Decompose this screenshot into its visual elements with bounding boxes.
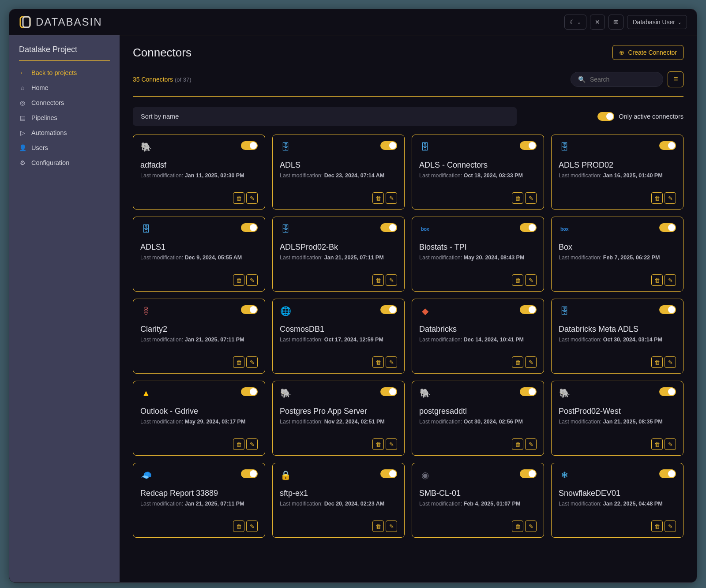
connector-active-toggle[interactable] [520, 223, 537, 232]
tools-button[interactable]: ✕ [590, 15, 605, 30]
edit-button[interactable]: ✎ [386, 521, 397, 532]
connector-card[interactable]: 🌐CosmosDB1Last modification: Oct 17, 202… [272, 299, 405, 374]
connector-active-toggle[interactable] [380, 141, 397, 150]
edit-button[interactable]: ✎ [246, 438, 258, 450]
connector-active-toggle[interactable] [380, 305, 397, 314]
edit-button[interactable]: ✎ [525, 356, 537, 368]
connector-card[interactable]: 🐘postgresaddtlLast modification: Oct 30,… [412, 381, 544, 456]
delete-button[interactable]: 🗑 [372, 356, 384, 368]
edit-button[interactable]: ✎ [386, 274, 397, 286]
delete-button[interactable]: 🗑 [233, 356, 244, 368]
connector-card[interactable]: 🧢Redcap Report 33889Last modification: J… [133, 463, 265, 538]
edit-button[interactable]: ✎ [525, 438, 537, 450]
delete-button[interactable]: 🗑 [512, 356, 523, 368]
connector-active-toggle[interactable] [520, 469, 537, 478]
edit-button[interactable]: ✎ [386, 356, 397, 368]
connector-card[interactable]: ◆DatabricksLast modification: Dec 14, 20… [412, 299, 544, 374]
connector-active-toggle[interactable] [659, 387, 676, 396]
delete-button[interactable]: 🗑 [372, 192, 384, 204]
connector-name: SnowflakeDEV01 [559, 489, 676, 498]
connector-active-toggle[interactable] [659, 305, 676, 314]
user-menu[interactable]: Databasin User ⌄ [627, 15, 687, 29]
edit-button[interactable]: ✎ [246, 521, 258, 532]
connector-active-toggle[interactable] [241, 305, 258, 314]
connector-card[interactable]: 🐘Postgres Pro App ServerLast modificatio… [272, 381, 405, 456]
connector-active-toggle[interactable] [659, 141, 676, 150]
sidebar-item-pipelines[interactable]: ▤Pipelines [9, 110, 120, 125]
edit-button[interactable]: ✎ [246, 192, 258, 204]
delete-button[interactable]: 🗑 [372, 521, 384, 532]
edit-button[interactable]: ✎ [665, 192, 676, 204]
sidebar-item-configuration[interactable]: ⚙Configuration [9, 155, 120, 170]
delete-button[interactable]: 🗑 [233, 192, 244, 204]
edit-button[interactable]: ✎ [665, 274, 676, 286]
sidebar-item-connectors[interactable]: ◎Connectors [9, 95, 120, 110]
delete-button[interactable]: 🗑 [512, 521, 523, 532]
create-connector-button[interactable]: ⊕ Create Connector [612, 45, 683, 60]
edit-button[interactable]: ✎ [386, 438, 397, 450]
connector-card[interactable]: ◉SMB-CL-01Last modification: Feb 4, 2025… [412, 463, 544, 538]
connector-card[interactable]: 🗄ADLSLast modification: Dec 23, 2024, 07… [272, 135, 405, 210]
edit-button[interactable]: ✎ [525, 274, 537, 286]
delete-button[interactable]: 🗑 [372, 438, 384, 450]
edit-button[interactable]: ✎ [525, 192, 537, 204]
edit-button[interactable]: ✎ [246, 356, 258, 368]
active-only-toggle[interactable] [597, 112, 614, 121]
delete-button[interactable]: 🗑 [372, 274, 384, 286]
mail-button[interactable]: ✉ [608, 15, 623, 30]
edit-button[interactable]: ✎ [525, 521, 537, 532]
connector-active-toggle[interactable] [659, 223, 676, 232]
connector-active-toggle[interactable] [380, 387, 397, 396]
connector-card[interactable]: 🗄ADLS - ConnectorsLast modification: Oct… [412, 135, 544, 210]
connector-active-toggle[interactable] [241, 141, 258, 150]
trash-icon: 🗑 [654, 359, 660, 366]
connector-active-toggle[interactable] [520, 305, 537, 314]
delete-button[interactable]: 🗑 [651, 192, 663, 204]
connector-active-toggle[interactable] [380, 469, 397, 478]
connector-active-toggle[interactable] [241, 387, 258, 396]
delete-button[interactable]: 🗑 [512, 274, 523, 286]
edit-button[interactable]: ✎ [665, 356, 676, 368]
connector-name: CosmosDB1 [280, 325, 397, 334]
sidebar-item-home[interactable]: ⌂Home [9, 80, 120, 95]
theme-toggle[interactable]: ☾ ⌄ [564, 15, 586, 30]
filter-button[interactable]: ☰ [668, 71, 683, 87]
connector-card[interactable]: boxBoxLast modification: Feb 7, 2025, 06… [551, 217, 683, 292]
connector-active-toggle[interactable] [241, 469, 258, 478]
delete-button[interactable]: 🗑 [512, 438, 523, 450]
connector-active-toggle[interactable] [241, 223, 258, 232]
delete-button[interactable]: 🗑 [233, 274, 244, 286]
delete-button[interactable]: 🗑 [651, 438, 663, 450]
connector-active-toggle[interactable] [520, 141, 537, 150]
connector-card[interactable]: boxBiostats - TPILast modification: May … [412, 217, 544, 292]
connector-card[interactable]: 🗄ADLS PROD02Last modification: Jan 16, 2… [551, 135, 683, 210]
sort-selector[interactable]: Sort by name [133, 107, 517, 126]
delete-button[interactable]: 🗑 [233, 521, 244, 532]
edit-button[interactable]: ✎ [386, 192, 397, 204]
edit-button[interactable]: ✎ [665, 438, 676, 450]
connector-active-toggle[interactable] [659, 469, 676, 478]
sidebar-item-users[interactable]: 👤Users [9, 140, 120, 155]
connector-card[interactable]: 🗄ADLS1Last modification: Dec 9, 2024, 05… [133, 217, 265, 292]
connector-card[interactable]: ▲Outlook - GdriveLast modification: May … [133, 381, 265, 456]
edit-button[interactable]: ✎ [665, 521, 676, 532]
connector-card[interactable]: 🗄ADLSProd02-BkLast modification: Jan 21,… [272, 217, 405, 292]
connector-card[interactable]: 🐘PostProd02-WestLast modification: Jan 2… [551, 381, 683, 456]
sidebar-item-automations[interactable]: ▷Automations [9, 125, 120, 140]
connector-active-toggle[interactable] [380, 223, 397, 232]
connector-card[interactable]: 🐘adfadsfLast modification: Jan 11, 2025,… [133, 135, 265, 210]
back-to-projects[interactable]: ← Back to projects [9, 65, 120, 80]
search-input-wrap[interactable]: 🔍 [571, 72, 663, 87]
edit-button[interactable]: ✎ [246, 274, 258, 286]
delete-button[interactable]: 🗑 [512, 192, 523, 204]
search-input[interactable] [590, 76, 667, 83]
connector-card[interactable]: 🛢Clarity2Last modification: Jan 21, 2025… [133, 299, 265, 374]
delete-button[interactable]: 🗑 [651, 521, 663, 532]
delete-button[interactable]: 🗑 [651, 356, 663, 368]
delete-button[interactable]: 🗑 [233, 438, 244, 450]
connector-card[interactable]: 🗄Databricks Meta ADLSLast modification: … [551, 299, 683, 374]
connector-card[interactable]: ❄SnowflakeDEV01Last modification: Jan 22… [551, 463, 683, 538]
connector-card[interactable]: 🔒sftp-ex1Last modification: Dec 20, 2024… [272, 463, 405, 538]
delete-button[interactable]: 🗑 [651, 274, 663, 286]
connector-active-toggle[interactable] [520, 387, 537, 396]
